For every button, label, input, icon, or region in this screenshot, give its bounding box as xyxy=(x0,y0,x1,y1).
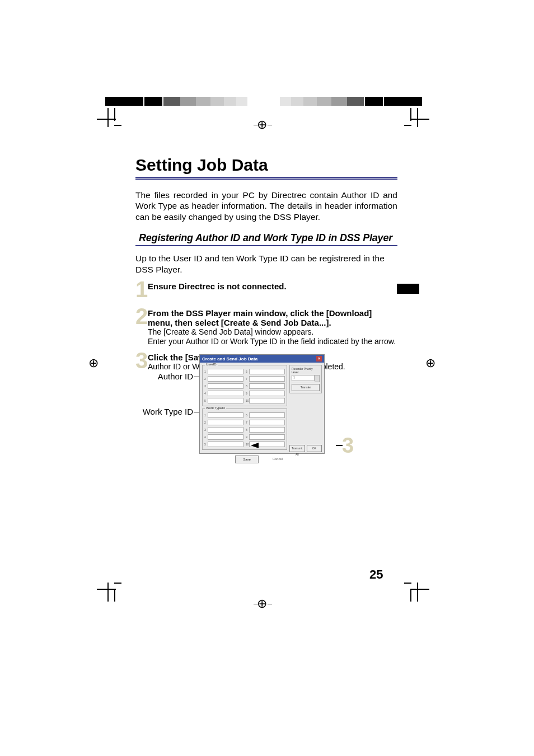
cancel-button[interactable]: Cancel xyxy=(266,456,289,462)
arrow-icon xyxy=(251,443,259,448)
author-id-label: Author ID xyxy=(134,372,193,381)
work-type-field-2[interactable] xyxy=(208,420,243,425)
step-number-2: 2 xyxy=(135,307,148,325)
section-intro: Up to the User ID and ten Work Type ID c… xyxy=(135,253,397,275)
registration-mark-bottom: ⊕ xyxy=(257,598,267,610)
user-id-field-4[interactable] xyxy=(208,391,243,396)
user-id-legend: UserID xyxy=(205,363,218,366)
user-id-field-2[interactable] xyxy=(208,376,243,382)
priority-spinner[interactable] xyxy=(315,375,320,382)
work-type-field-8[interactable] xyxy=(249,427,285,433)
user-id-field-9[interactable] xyxy=(249,391,285,396)
page-title: Setting Job Data xyxy=(135,156,397,175)
step-number-3: 3 xyxy=(135,351,148,369)
user-id-field-6[interactable] xyxy=(249,369,285,374)
work-type-field-4[interactable] xyxy=(208,434,243,440)
user-id-field-5[interactable] xyxy=(208,398,243,403)
work-type-id-legend: Work TypeID xyxy=(205,406,226,410)
registration-mark-top: ⊕ xyxy=(257,119,267,131)
step-number-1: 1 xyxy=(135,280,148,298)
work-type-field-5[interactable] xyxy=(208,442,243,447)
priority-value[interactable]: 7 xyxy=(292,375,315,381)
registration-mark-right: ⊕ xyxy=(425,357,435,369)
work-type-id-label: Work Type ID xyxy=(134,407,193,416)
work-type-field-3[interactable] xyxy=(208,427,243,433)
transmit-all-button[interactable]: Transmit All xyxy=(289,445,305,452)
ok-button[interactable]: OK xyxy=(307,445,322,452)
save-button[interactable]: Save xyxy=(235,456,259,463)
user-id-field-10[interactable] xyxy=(249,398,285,403)
transfer-button[interactable]: Transfer xyxy=(292,384,320,391)
step-1-title: Ensure Directrec is not connected. xyxy=(148,281,287,291)
user-id-field-1[interactable] xyxy=(208,369,243,374)
user-id-field-8[interactable] xyxy=(249,383,285,389)
work-type-field-7[interactable] xyxy=(249,420,285,425)
close-icon[interactable]: × xyxy=(316,356,322,361)
page-number: 25 xyxy=(369,567,383,582)
section-heading: Registering Author ID and Work Type ID i… xyxy=(135,231,397,245)
work-type-field-9[interactable] xyxy=(249,434,285,440)
intro-paragraph: The files recorded in your PC by Directr… xyxy=(135,190,397,222)
thumb-tab xyxy=(397,284,419,294)
step-2-text: The [Create & Send Job Data] window appe… xyxy=(148,327,397,347)
dialog-title: Create and Send Job Data xyxy=(202,356,257,361)
callout-3: 3 xyxy=(336,437,354,454)
create-send-job-data-dialog: Create and Send Job Data × UserID 16 27 … xyxy=(199,354,325,454)
registration-mark-left: ⊕ xyxy=(88,357,99,369)
step-2-title: From the DSS Player main window, click t… xyxy=(148,308,397,327)
user-id-field-7[interactable] xyxy=(249,376,285,382)
work-type-field-6[interactable] xyxy=(249,412,285,418)
priority-label: Recorder Priority Level xyxy=(292,367,320,374)
work-type-field-1[interactable] xyxy=(208,412,243,418)
user-id-field-3[interactable] xyxy=(208,383,243,389)
